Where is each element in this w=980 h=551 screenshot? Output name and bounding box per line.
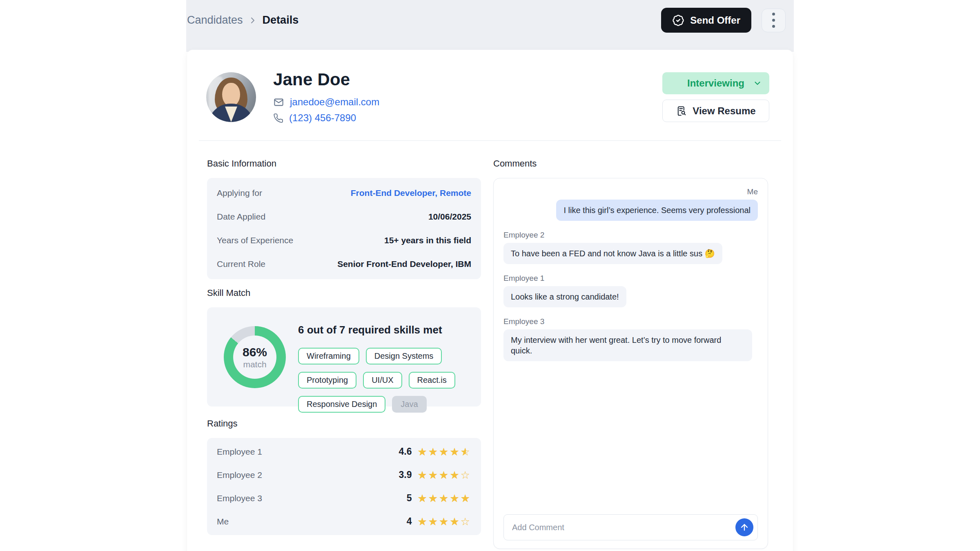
- info-value: Senior Front-End Developer, IBM: [337, 259, 471, 269]
- star-rating: ☆☆☆☆☆★★★★★: [417, 470, 471, 480]
- comment-message: Employee 3My interview with her went gre…: [503, 317, 758, 361]
- rating-name: Employee 1: [217, 447, 262, 457]
- rating-value: 4: [392, 516, 412, 527]
- ratings-card: Employee 14.6☆☆☆☆☆★★★★★Employee 23.9☆☆☆☆…: [207, 438, 481, 535]
- basic-info-card: Applying forFront-End Developer, RemoteD…: [207, 178, 481, 279]
- breadcrumb-candidates[interactable]: Candidates: [187, 14, 243, 27]
- star-fill-icons: ★★★★★: [417, 470, 460, 480]
- applying-for-link[interactable]: Front-End Developer, Remote: [351, 188, 471, 198]
- skills-met-headline: 6 out of 7 required skills met: [298, 324, 481, 336]
- comment-bubble: I like this girl’s experience. Seems ver…: [556, 200, 758, 221]
- email-link[interactable]: janedoe@email.com: [290, 96, 379, 108]
- rating-name: Employee 2: [217, 470, 262, 480]
- rating-right: 5☆☆☆☆☆★★★★★: [392, 493, 471, 504]
- basic-info-title: Basic Information: [207, 158, 481, 169]
- skill-chip: Java: [392, 396, 426, 413]
- breadcrumb: Candidates Details: [187, 14, 298, 27]
- rating-right: 4☆☆☆☆☆★★★★★: [392, 516, 471, 527]
- info-label: Years of Experience: [217, 236, 293, 245]
- star-fill-icons: ★★★★★: [417, 447, 466, 457]
- skill-chip-list: WireframingDesign SystemsPrototypingUI/U…: [298, 348, 481, 413]
- skill-match-title: Skill Match: [207, 288, 481, 298]
- badge-check-icon: [672, 14, 684, 27]
- top-bar: Candidates Details Send Offer: [186, 0, 794, 52]
- comments-column: Comments MeI like this girl’s experience…: [493, 158, 768, 549]
- comment-author: Employee 3: [503, 317, 758, 326]
- comment-message: Employee 1Looks like a strong candidate!: [503, 274, 758, 307]
- comment-input-wrap: [503, 514, 758, 540]
- skill-match-caption: match: [243, 360, 266, 369]
- profile-actions: Interviewing View Resume: [662, 72, 769, 122]
- page: Candidates Details Send Offer: [0, 0, 980, 551]
- topbar-actions: Send Offer: [661, 8, 786, 33]
- info-label: Date Applied: [217, 212, 265, 222]
- rating-name: Employee 3: [217, 493, 262, 503]
- rating-value: 4.6: [392, 446, 412, 457]
- rating-right: 4.6☆☆☆☆☆★★★★★: [392, 446, 471, 457]
- send-comment-button[interactable]: [735, 518, 753, 536]
- rating-value: 5: [392, 493, 412, 504]
- breadcrumb-details: Details: [263, 14, 299, 27]
- comments-panel: MeI like this girl’s experience. Seems v…: [493, 178, 768, 549]
- candidate-avatar: [206, 72, 256, 122]
- candidate-name: Jane Doe: [273, 70, 379, 89]
- skill-chip: Prototyping: [298, 372, 356, 389]
- info-row: Applying forFront-End Developer, Remote: [207, 181, 481, 205]
- add-comment-input[interactable]: [504, 515, 757, 540]
- skill-chip: React.is: [409, 372, 455, 389]
- candidate-identity: Jane Doe janedoe@email.com (123) 456-789…: [273, 70, 379, 124]
- rating-row: Employee 14.6☆☆☆☆☆★★★★★: [207, 440, 481, 463]
- phone-icon: [273, 113, 283, 123]
- phone-link[interactable]: (123) 456-7890: [289, 112, 356, 124]
- info-value: 10/06/2025: [428, 212, 471, 222]
- status-dropdown[interactable]: Interviewing: [662, 72, 769, 94]
- star-rating: ☆☆☆☆☆★★★★★: [417, 493, 471, 504]
- send-offer-label: Send Offer: [690, 15, 740, 26]
- skill-chip: Wireframing: [298, 348, 359, 364]
- info-row: Years of Experience15+ years in this fie…: [207, 229, 481, 252]
- skill-match-percent: 86%: [243, 346, 267, 358]
- mail-icon: [273, 97, 284, 108]
- comment-message: MeI like this girl’s experience. Seems v…: [503, 187, 758, 221]
- skill-match-card: 86% match 6 out of 7 required skills met…: [207, 307, 481, 407]
- header-divider: [199, 140, 781, 141]
- info-label: Applying for: [217, 188, 262, 198]
- skill-chip: UI/UX: [363, 372, 402, 389]
- comment-author: Employee 2: [503, 231, 758, 240]
- rating-name: Me: [217, 517, 229, 527]
- comment-message: Employee 2To have been a FED and not kno…: [503, 231, 758, 264]
- file-search-icon: [676, 105, 687, 117]
- rating-value: 3.9: [392, 469, 412, 480]
- info-label: Current Role: [217, 259, 265, 269]
- comment-bubble: To have been a FED and not know Java is …: [503, 243, 722, 264]
- info-value: 15+ years in this field: [384, 236, 471, 245]
- view-resume-button[interactable]: View Resume: [662, 100, 769, 122]
- rating-right: 3.9☆☆☆☆☆★★★★★: [392, 469, 471, 480]
- skill-chip: Design Systems: [366, 348, 442, 364]
- chevron-right-icon: [248, 16, 258, 25]
- ratings-title: Ratings: [207, 418, 481, 429]
- status-label: Interviewing: [687, 78, 744, 89]
- star-fill-icons: ★★★★★: [417, 516, 460, 527]
- kebab-dots-icon: [772, 13, 775, 28]
- star-rating: ☆☆☆☆☆★★★★★: [417, 447, 471, 457]
- star-fill-icons: ★★★★★: [417, 493, 471, 504]
- arrow-up-icon: [739, 522, 749, 532]
- more-options-button[interactable]: [762, 9, 786, 32]
- rating-row: Me4☆☆☆☆☆★★★★★: [207, 510, 481, 533]
- info-row: Date Applied10/06/2025: [207, 205, 481, 229]
- comment-author: Me: [503, 187, 758, 196]
- send-offer-button[interactable]: Send Offer: [661, 8, 751, 33]
- info-row: Current RoleSenior Front-End Developer, …: [207, 252, 481, 276]
- star-rating: ☆☆☆☆☆★★★★★: [417, 516, 471, 527]
- details-column: Basic Information Applying forFront-End …: [207, 158, 481, 535]
- chevron-down-icon: [753, 79, 762, 88]
- rating-row: Employee 23.9☆☆☆☆☆★★★★★: [207, 463, 481, 487]
- skill-chip: Responsive Design: [298, 396, 385, 413]
- comment-author: Employee 1: [503, 274, 758, 283]
- skill-match-donut: 86% match: [224, 326, 286, 388]
- comment-bubble: My interview with her went great. Let’s …: [503, 329, 752, 361]
- candidate-card: Jane Doe janedoe@email.com (123) 456-789…: [187, 50, 793, 551]
- comment-thread: MeI like this girl’s experience. Seems v…: [503, 187, 758, 361]
- view-resume-label: View Resume: [693, 105, 755, 117]
